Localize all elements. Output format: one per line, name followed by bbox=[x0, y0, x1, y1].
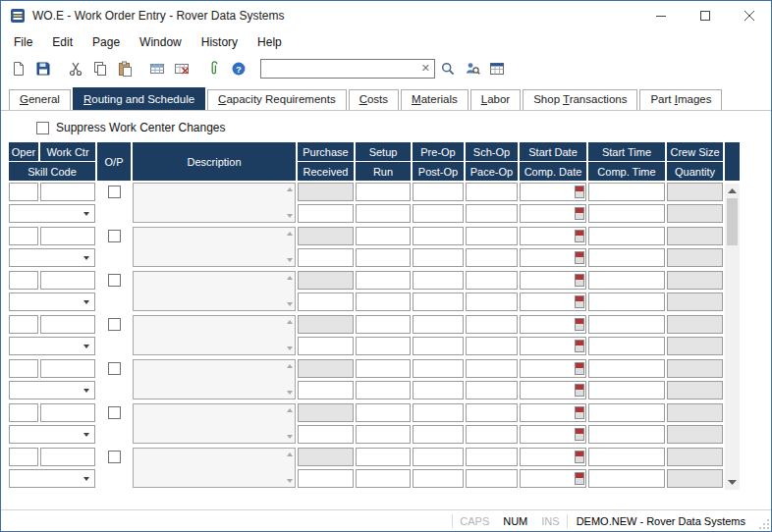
oper-input[interactable] bbox=[9, 448, 38, 466]
spin-up-icon[interactable] bbox=[287, 364, 293, 368]
spin-down-icon[interactable] bbox=[287, 214, 293, 218]
pace-op-input[interactable] bbox=[466, 469, 518, 488]
menu-history[interactable]: History bbox=[192, 32, 248, 52]
spin-down-icon[interactable] bbox=[287, 346, 293, 350]
pace-op-input[interactable] bbox=[466, 425, 518, 444]
calendar-icon[interactable] bbox=[575, 274, 584, 287]
comp-date-input[interactable] bbox=[521, 471, 575, 486]
start-date-input[interactable] bbox=[521, 185, 575, 199]
skill-code-select[interactable] bbox=[9, 337, 95, 355]
tab-part-images[interactable]: Part Images bbox=[639, 89, 722, 110]
pace-op-input[interactable] bbox=[466, 248, 518, 267]
pre-op-input[interactable] bbox=[413, 403, 464, 422]
post-op-input[interactable] bbox=[413, 293, 464, 311]
work-ctr-input[interactable] bbox=[40, 315, 95, 334]
start-time-input[interactable] bbox=[588, 183, 665, 201]
sch-op-input[interactable] bbox=[466, 271, 518, 290]
run-input[interactable] bbox=[356, 248, 411, 267]
spin-up-icon[interactable] bbox=[287, 187, 293, 191]
pre-op-input[interactable] bbox=[413, 448, 464, 466]
start-time-input[interactable] bbox=[588, 315, 665, 334]
op-checkbox[interactable] bbox=[108, 451, 121, 463]
menu-window[interactable]: Window bbox=[130, 32, 192, 52]
setup-input[interactable] bbox=[356, 183, 411, 201]
op-checkbox[interactable] bbox=[108, 274, 121, 287]
comp-date-input[interactable] bbox=[521, 206, 575, 221]
skill-code-select[interactable] bbox=[9, 381, 95, 399]
spin-down-icon[interactable] bbox=[287, 391, 293, 395]
description-input[interactable] bbox=[133, 359, 296, 399]
calendar-icon[interactable] bbox=[575, 186, 584, 198]
description-input[interactable] bbox=[133, 403, 296, 444]
maximize-button[interactable] bbox=[683, 1, 727, 30]
spin-down-icon[interactable] bbox=[287, 435, 293, 439]
run-input[interactable] bbox=[356, 381, 411, 399]
sch-op-input[interactable] bbox=[466, 359, 518, 378]
received-input[interactable] bbox=[298, 248, 354, 267]
run-input[interactable] bbox=[356, 204, 411, 223]
pace-op-input[interactable] bbox=[466, 337, 518, 355]
cut-button[interactable] bbox=[63, 57, 87, 80]
start-time-input[interactable] bbox=[588, 448, 665, 466]
resize-grip[interactable] bbox=[754, 512, 770, 530]
pace-op-input[interactable] bbox=[466, 381, 518, 399]
calendar-icon[interactable] bbox=[575, 340, 584, 352]
tab-costs[interactable]: Costs bbox=[349, 89, 399, 110]
calendar-icon[interactable] bbox=[575, 295, 584, 308]
op-checkbox[interactable] bbox=[108, 406, 121, 419]
tab-routing-and-schedule[interactable]: Routing and Schedule bbox=[73, 87, 205, 110]
setup-input[interactable] bbox=[356, 271, 411, 290]
oper-input[interactable] bbox=[9, 271, 38, 290]
spin-up-icon[interactable] bbox=[287, 408, 293, 412]
start-time-input[interactable] bbox=[588, 271, 665, 290]
comp-date-input[interactable] bbox=[521, 294, 575, 309]
new-document-button[interactable] bbox=[6, 57, 30, 80]
spin-up-icon[interactable] bbox=[287, 232, 293, 236]
work-ctr-input[interactable] bbox=[40, 183, 95, 201]
setup-input[interactable] bbox=[356, 359, 411, 378]
skill-code-select[interactable] bbox=[9, 204, 95, 223]
post-op-input[interactable] bbox=[413, 381, 464, 399]
comp-time-input[interactable] bbox=[588, 337, 665, 355]
menu-file[interactable]: File bbox=[4, 32, 42, 52]
comp-date-input[interactable] bbox=[521, 250, 575, 265]
post-op-input[interactable] bbox=[413, 469, 464, 488]
work-ctr-input[interactable] bbox=[40, 403, 95, 422]
work-ctr-input[interactable] bbox=[40, 227, 95, 245]
setup-input[interactable] bbox=[356, 315, 411, 334]
pre-op-input[interactable] bbox=[413, 315, 464, 334]
tab-shop-transactions[interactable]: Shop Transactions bbox=[523, 89, 637, 110]
menu-edit[interactable]: Edit bbox=[42, 32, 83, 52]
received-input[interactable] bbox=[298, 425, 354, 444]
spin-down-icon[interactable] bbox=[287, 479, 293, 483]
received-input[interactable] bbox=[298, 293, 354, 311]
paste-button[interactable] bbox=[112, 57, 137, 80]
received-input[interactable] bbox=[298, 381, 354, 399]
comp-time-input[interactable] bbox=[588, 204, 665, 223]
pre-op-input[interactable] bbox=[413, 183, 464, 201]
spin-down-icon[interactable] bbox=[287, 258, 293, 262]
sch-op-input[interactable] bbox=[466, 448, 518, 466]
op-checkbox[interactable] bbox=[108, 318, 121, 331]
comp-time-input[interactable] bbox=[588, 381, 665, 399]
sch-op-input[interactable] bbox=[466, 403, 518, 422]
calendar-icon[interactable] bbox=[575, 362, 584, 375]
comp-time-input[interactable] bbox=[588, 293, 665, 311]
pre-op-input[interactable] bbox=[413, 271, 464, 290]
op-checkbox[interactable] bbox=[108, 362, 121, 375]
calendar-icon[interactable] bbox=[575, 230, 584, 242]
work-ctr-input[interactable] bbox=[40, 448, 95, 466]
spin-up-icon[interactable] bbox=[287, 452, 293, 456]
start-date-input[interactable] bbox=[521, 450, 575, 464]
skill-code-select[interactable] bbox=[9, 425, 95, 444]
oper-input[interactable] bbox=[9, 227, 38, 245]
setup-input[interactable] bbox=[356, 227, 411, 245]
post-op-input[interactable] bbox=[413, 204, 464, 223]
calendar-icon[interactable] bbox=[575, 207, 584, 220]
setup-input[interactable] bbox=[356, 403, 411, 422]
start-date-input[interactable] bbox=[521, 273, 575, 288]
post-op-input[interactable] bbox=[413, 425, 464, 444]
calendar-icon[interactable] bbox=[575, 251, 584, 264]
start-date-input[interactable] bbox=[521, 317, 575, 332]
description-input[interactable] bbox=[133, 315, 296, 355]
